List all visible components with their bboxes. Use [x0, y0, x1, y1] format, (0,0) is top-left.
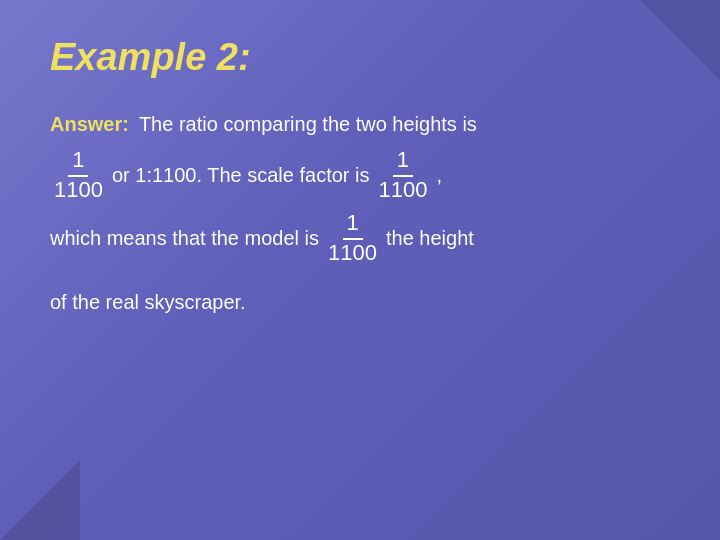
slide: Example 2: Answer: The ratio comparing t…: [0, 0, 720, 540]
answer-line-1: Answer: The ratio comparing the two heig…: [50, 107, 670, 141]
fraction-1-denominator: 1100: [54, 177, 103, 203]
line3-text2: the height: [386, 221, 474, 255]
slide-title: Example 2:: [50, 36, 670, 79]
fraction-2-numerator: 1: [393, 147, 413, 177]
answer-line-2: 1 1100 or 1:1100. The scale factor is 1 …: [50, 147, 670, 204]
line4-text: of the real skyscraper.: [50, 291, 246, 313]
fraction-2-denominator: 1100: [379, 177, 428, 203]
fraction-1-numerator: 1: [68, 147, 88, 177]
fraction-2: 1 1100: [379, 147, 428, 204]
answer-line-3: which means that the model is 1 1100 the…: [50, 210, 670, 267]
answer-label: Answer:: [50, 107, 129, 141]
slide-content: Answer: The ratio comparing the two heig…: [50, 107, 670, 319]
line1-text: The ratio comparing the two heights is: [139, 107, 477, 141]
line3-text1: which means that the model is: [50, 221, 319, 255]
fraction-3-numerator: 1: [343, 210, 363, 240]
fraction-3-denominator: 1100: [328, 240, 377, 266]
fraction-3: 1 1100: [328, 210, 377, 267]
line2-text1: or 1:1100. The scale factor is: [112, 158, 370, 192]
fraction-1: 1 1100: [54, 147, 103, 204]
decorative-corner-tr: [640, 0, 720, 80]
answer-line-4: of the real skyscraper.: [50, 285, 670, 319]
decorative-corner-bl: [0, 460, 80, 540]
line2-text2: ,: [436, 158, 442, 192]
